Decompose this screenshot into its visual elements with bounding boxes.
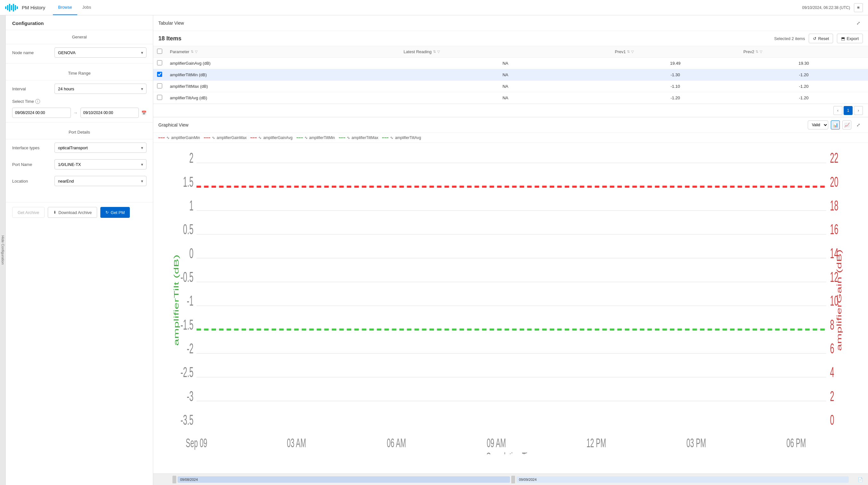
get-archive-button[interactable]: Get Archive: [12, 207, 44, 218]
node-name-select[interactable]: GENOVA: [55, 47, 147, 58]
row-checkbox-cell[interactable]: [153, 58, 166, 69]
graph-controls: Valid 📊 📈 ⤢: [808, 121, 863, 129]
prev-page-button[interactable]: ‹: [833, 106, 842, 115]
sort-prev1-icon[interactable]: ⇅: [627, 50, 630, 54]
interval-select-wrapper[interactable]: 24 hours: [55, 84, 147, 94]
timeline-segment-1[interactable]: 09/08/2024: [178, 476, 510, 483]
port-name-label: Port Name: [12, 162, 51, 167]
svg-rect-0: [5, 6, 6, 9]
export-button[interactable]: ⬒ Export: [837, 34, 863, 43]
interval-select[interactable]: 24 hours: [55, 84, 147, 94]
time-range-section-title: Time Range: [6, 66, 153, 80]
general-section-title: General: [6, 30, 153, 44]
select-time-row: Select Time i: [6, 97, 153, 106]
expand-graph-button[interactable]: ⤢: [854, 121, 863, 129]
row-checkbox-cell[interactable]: [153, 92, 166, 104]
row-checkbox-cell[interactable]: [153, 81, 166, 92]
filter-prev1-icon[interactable]: ▽: [631, 50, 634, 54]
line-chart-button[interactable]: 📈: [842, 121, 851, 129]
row-checkbox-cell[interactable]: [153, 69, 166, 81]
svg-text:0: 0: [830, 412, 834, 428]
row-checkbox[interactable]: [157, 95, 162, 100]
svg-text:6: 6: [830, 341, 834, 356]
row-prev2: -1.20: [740, 69, 868, 81]
legend-color-gainmax: [204, 137, 210, 138]
sort-parameter-icon[interactable]: ⇅: [191, 50, 194, 54]
legend-amplifierTiltMin: ∿ amplifierTiltMin: [297, 135, 335, 140]
bar-chart-button[interactable]: 📊: [831, 121, 840, 129]
time-end-input[interactable]: [81, 108, 139, 118]
timeline-handle-left[interactable]: [173, 476, 176, 483]
row-prev1: -1.30: [611, 69, 740, 81]
row-checkbox[interactable]: [157, 83, 162, 89]
filter-prev2-icon[interactable]: ▽: [760, 50, 762, 54]
graph-title: Graphical View: [158, 122, 808, 128]
timeline-handle-mid[interactable]: [511, 476, 515, 483]
svg-text:8: 8: [830, 317, 834, 332]
interface-type-select[interactable]: opticalTransport: [55, 142, 147, 153]
reset-button[interactable]: ↺ Reset: [809, 34, 833, 43]
svg-text:-0.5: -0.5: [181, 269, 193, 285]
get-pm-button[interactable]: ↻ Get PM: [100, 207, 130, 218]
legend-amplifierGainAvg: ∿ amplifierGainAvg: [250, 135, 292, 140]
tab-jobs[interactable]: Jobs: [77, 0, 96, 15]
tab-browse[interactable]: Browse: [53, 0, 77, 15]
select-all-checkbox[interactable]: [157, 49, 162, 54]
th-prev1: Prev1 ⇅ ▽: [611, 46, 740, 58]
filter-latest-icon[interactable]: ▽: [437, 50, 440, 54]
svg-text:2: 2: [830, 388, 834, 404]
sort-latest-icon[interactable]: ⇅: [433, 50, 436, 54]
configuration-header: Configuration: [6, 15, 153, 30]
divider-2: [6, 122, 153, 123]
table-row[interactable]: amplifierGainAvg (dB) NA 19.49 19.30: [153, 58, 868, 69]
table-container: Parameter ⇅ ▽ Latest Reading ⇅ ▽: [153, 46, 868, 104]
table-row[interactable]: amplifierTiltMin (dB) NA -1.30 -1.20: [153, 69, 868, 81]
info-icon[interactable]: i: [35, 99, 40, 104]
table-header-row: Parameter ⇅ ▽ Latest Reading ⇅ ▽: [153, 46, 868, 58]
menu-button[interactable]: ≡: [854, 3, 863, 12]
location-row: Location nearEnd: [6, 173, 153, 189]
port-name-select-wrapper[interactable]: 1/0/LINE-TX: [55, 159, 147, 169]
sort-prev2-icon[interactable]: ⇅: [755, 50, 758, 54]
svg-text:-1: -1: [187, 293, 194, 309]
svg-text:20: 20: [830, 174, 838, 190]
location-select[interactable]: nearEnd: [55, 176, 147, 186]
tabular-header: Tabular View ⤢: [153, 15, 868, 31]
th-parameter: Parameter ⇅ ▽: [166, 46, 400, 58]
filter-parameter-icon[interactable]: ▽: [195, 50, 197, 54]
legend-color-tiltavg: [382, 137, 389, 138]
svg-rect-3: [11, 5, 12, 10]
row-checkbox[interactable]: [157, 72, 162, 77]
download-archive-button[interactable]: ⬇ Download Archive: [48, 207, 97, 218]
port-details-section-title: Port Details: [6, 125, 153, 139]
table-row[interactable]: amplifierTiltAvg (dB) NA -1.20 -1.20: [153, 92, 868, 104]
row-prev2: -1.20: [740, 92, 868, 104]
svg-text:-3: -3: [187, 388, 194, 404]
download-icon: ⬇: [53, 210, 56, 215]
svg-rect-5: [15, 5, 16, 10]
svg-text:09 AM: 09 AM: [487, 436, 506, 450]
svg-text:-3.5: -3.5: [181, 412, 193, 428]
location-select-wrapper[interactable]: nearEnd: [55, 176, 147, 186]
calendar-icon[interactable]: 📅: [142, 110, 147, 115]
interval-label: Interval: [12, 87, 51, 91]
node-name-select-wrapper[interactable]: GENOVA: [55, 47, 147, 58]
document-icon[interactable]: 📄: [858, 477, 863, 482]
app-title: PM History: [22, 5, 45, 10]
row-latest: NA: [400, 69, 611, 81]
timeline-segment-2[interactable]: 09/09/2024: [516, 476, 849, 483]
sidebar-toggle[interactable]: Hide Configuration: [0, 15, 6, 485]
time-start-input[interactable]: [12, 108, 71, 118]
table-row[interactable]: amplifierTiltMax (dB) NA -1.10 -1.20: [153, 81, 868, 92]
valid-select[interactable]: Valid: [808, 121, 828, 129]
svg-text:1.5: 1.5: [183, 174, 194, 190]
row-prev1: -1.10: [611, 81, 740, 92]
page-1-button[interactable]: 1: [844, 106, 852, 115]
port-name-select[interactable]: 1/0/LINE-TX: [55, 159, 147, 169]
nav-tabs: Browse Jobs: [53, 0, 96, 15]
expand-tabular-button[interactable]: ⤢: [854, 19, 863, 28]
next-page-button[interactable]: ›: [854, 106, 863, 115]
svg-text:0: 0: [189, 246, 194, 261]
row-checkbox[interactable]: [157, 60, 162, 65]
interface-type-select-wrapper[interactable]: opticalTransport: [55, 142, 147, 153]
